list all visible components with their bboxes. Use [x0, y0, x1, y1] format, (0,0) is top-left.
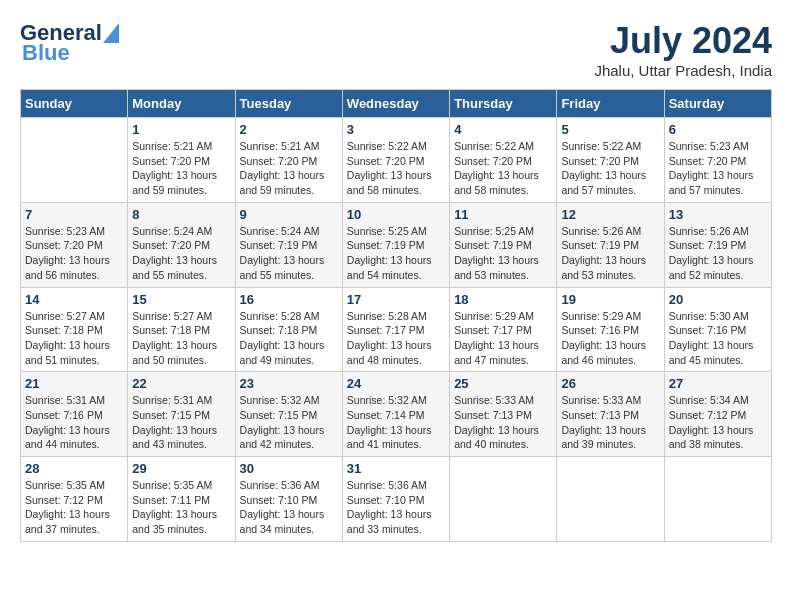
day-number: 21: [25, 376, 123, 391]
day-info: Sunrise: 5:33 AM Sunset: 7:13 PM Dayligh…: [561, 393, 659, 452]
day-info: Sunrise: 5:35 AM Sunset: 7:12 PM Dayligh…: [25, 478, 123, 537]
day-info: Sunrise: 5:35 AM Sunset: 7:11 PM Dayligh…: [132, 478, 230, 537]
day-number: 25: [454, 376, 552, 391]
day-cell: [664, 457, 771, 542]
calendar-table: SundayMondayTuesdayWednesdayThursdayFrid…: [20, 89, 772, 542]
day-info: Sunrise: 5:36 AM Sunset: 7:10 PM Dayligh…: [240, 478, 338, 537]
day-info: Sunrise: 5:21 AM Sunset: 7:20 PM Dayligh…: [240, 139, 338, 198]
day-cell: 18Sunrise: 5:29 AM Sunset: 7:17 PM Dayli…: [450, 287, 557, 372]
day-cell: [21, 118, 128, 203]
column-header-thursday: Thursday: [450, 90, 557, 118]
day-number: 11: [454, 207, 552, 222]
day-cell: 6Sunrise: 5:23 AM Sunset: 7:20 PM Daylig…: [664, 118, 771, 203]
day-cell: 13Sunrise: 5:26 AM Sunset: 7:19 PM Dayli…: [664, 202, 771, 287]
day-cell: 23Sunrise: 5:32 AM Sunset: 7:15 PM Dayli…: [235, 372, 342, 457]
day-number: 27: [669, 376, 767, 391]
day-cell: 5Sunrise: 5:22 AM Sunset: 7:20 PM Daylig…: [557, 118, 664, 203]
day-number: 10: [347, 207, 445, 222]
day-info: Sunrise: 5:33 AM Sunset: 7:13 PM Dayligh…: [454, 393, 552, 452]
day-info: Sunrise: 5:32 AM Sunset: 7:15 PM Dayligh…: [240, 393, 338, 452]
day-cell: [450, 457, 557, 542]
day-cell: 11Sunrise: 5:25 AM Sunset: 7:19 PM Dayli…: [450, 202, 557, 287]
day-cell: 25Sunrise: 5:33 AM Sunset: 7:13 PM Dayli…: [450, 372, 557, 457]
day-number: 9: [240, 207, 338, 222]
day-info: Sunrise: 5:36 AM Sunset: 7:10 PM Dayligh…: [347, 478, 445, 537]
logo: General Blue: [20, 20, 120, 66]
day-info: Sunrise: 5:25 AM Sunset: 7:19 PM Dayligh…: [347, 224, 445, 283]
day-number: 28: [25, 461, 123, 476]
day-number: 1: [132, 122, 230, 137]
day-cell: 17Sunrise: 5:28 AM Sunset: 7:17 PM Dayli…: [342, 287, 449, 372]
day-info: Sunrise: 5:23 AM Sunset: 7:20 PM Dayligh…: [669, 139, 767, 198]
day-info: Sunrise: 5:29 AM Sunset: 7:16 PM Dayligh…: [561, 309, 659, 368]
week-row-4: 21Sunrise: 5:31 AM Sunset: 7:16 PM Dayli…: [21, 372, 772, 457]
day-number: 19: [561, 292, 659, 307]
week-row-1: 1Sunrise: 5:21 AM Sunset: 7:20 PM Daylig…: [21, 118, 772, 203]
day-cell: 30Sunrise: 5:36 AM Sunset: 7:10 PM Dayli…: [235, 457, 342, 542]
day-cell: 31Sunrise: 5:36 AM Sunset: 7:10 PM Dayli…: [342, 457, 449, 542]
day-number: 3: [347, 122, 445, 137]
column-header-tuesday: Tuesday: [235, 90, 342, 118]
day-info: Sunrise: 5:31 AM Sunset: 7:16 PM Dayligh…: [25, 393, 123, 452]
day-cell: 4Sunrise: 5:22 AM Sunset: 7:20 PM Daylig…: [450, 118, 557, 203]
day-cell: 22Sunrise: 5:31 AM Sunset: 7:15 PM Dayli…: [128, 372, 235, 457]
day-info: Sunrise: 5:22 AM Sunset: 7:20 PM Dayligh…: [347, 139, 445, 198]
day-number: 13: [669, 207, 767, 222]
day-number: 31: [347, 461, 445, 476]
day-info: Sunrise: 5:26 AM Sunset: 7:19 PM Dayligh…: [561, 224, 659, 283]
day-number: 22: [132, 376, 230, 391]
day-cell: 2Sunrise: 5:21 AM Sunset: 7:20 PM Daylig…: [235, 118, 342, 203]
day-info: Sunrise: 5:27 AM Sunset: 7:18 PM Dayligh…: [132, 309, 230, 368]
day-number: 24: [347, 376, 445, 391]
location: Jhalu, Uttar Pradesh, India: [594, 62, 772, 79]
day-cell: 20Sunrise: 5:30 AM Sunset: 7:16 PM Dayli…: [664, 287, 771, 372]
day-cell: [557, 457, 664, 542]
day-cell: 1Sunrise: 5:21 AM Sunset: 7:20 PM Daylig…: [128, 118, 235, 203]
day-info: Sunrise: 5:32 AM Sunset: 7:14 PM Dayligh…: [347, 393, 445, 452]
day-cell: 9Sunrise: 5:24 AM Sunset: 7:19 PM Daylig…: [235, 202, 342, 287]
day-cell: 15Sunrise: 5:27 AM Sunset: 7:18 PM Dayli…: [128, 287, 235, 372]
day-cell: 26Sunrise: 5:33 AM Sunset: 7:13 PM Dayli…: [557, 372, 664, 457]
day-info: Sunrise: 5:21 AM Sunset: 7:20 PM Dayligh…: [132, 139, 230, 198]
day-number: 2: [240, 122, 338, 137]
day-info: Sunrise: 5:24 AM Sunset: 7:19 PM Dayligh…: [240, 224, 338, 283]
column-header-friday: Friday: [557, 90, 664, 118]
week-row-5: 28Sunrise: 5:35 AM Sunset: 7:12 PM Dayli…: [21, 457, 772, 542]
day-number: 15: [132, 292, 230, 307]
day-info: Sunrise: 5:31 AM Sunset: 7:15 PM Dayligh…: [132, 393, 230, 452]
day-info: Sunrise: 5:29 AM Sunset: 7:17 PM Dayligh…: [454, 309, 552, 368]
column-header-saturday: Saturday: [664, 90, 771, 118]
day-number: 20: [669, 292, 767, 307]
column-header-monday: Monday: [128, 90, 235, 118]
week-row-2: 7Sunrise: 5:23 AM Sunset: 7:20 PM Daylig…: [21, 202, 772, 287]
svg-marker-0: [103, 23, 119, 43]
day-number: 17: [347, 292, 445, 307]
day-cell: 10Sunrise: 5:25 AM Sunset: 7:19 PM Dayli…: [342, 202, 449, 287]
day-number: 26: [561, 376, 659, 391]
day-cell: 29Sunrise: 5:35 AM Sunset: 7:11 PM Dayli…: [128, 457, 235, 542]
day-info: Sunrise: 5:25 AM Sunset: 7:19 PM Dayligh…: [454, 224, 552, 283]
day-cell: 19Sunrise: 5:29 AM Sunset: 7:16 PM Dayli…: [557, 287, 664, 372]
day-info: Sunrise: 5:22 AM Sunset: 7:20 PM Dayligh…: [561, 139, 659, 198]
logo-blue: Blue: [22, 40, 70, 66]
logo-triangle-icon: [103, 23, 119, 43]
day-info: Sunrise: 5:34 AM Sunset: 7:12 PM Dayligh…: [669, 393, 767, 452]
day-cell: 24Sunrise: 5:32 AM Sunset: 7:14 PM Dayli…: [342, 372, 449, 457]
day-info: Sunrise: 5:23 AM Sunset: 7:20 PM Dayligh…: [25, 224, 123, 283]
day-cell: 3Sunrise: 5:22 AM Sunset: 7:20 PM Daylig…: [342, 118, 449, 203]
day-number: 23: [240, 376, 338, 391]
column-header-sunday: Sunday: [21, 90, 128, 118]
day-cell: 12Sunrise: 5:26 AM Sunset: 7:19 PM Dayli…: [557, 202, 664, 287]
header: General Blue July 2024 Jhalu, Uttar Prad…: [20, 20, 772, 79]
title-area: July 2024 Jhalu, Uttar Pradesh, India: [594, 20, 772, 79]
week-row-3: 14Sunrise: 5:27 AM Sunset: 7:18 PM Dayli…: [21, 287, 772, 372]
day-cell: 8Sunrise: 5:24 AM Sunset: 7:20 PM Daylig…: [128, 202, 235, 287]
day-cell: 7Sunrise: 5:23 AM Sunset: 7:20 PM Daylig…: [21, 202, 128, 287]
day-info: Sunrise: 5:22 AM Sunset: 7:20 PM Dayligh…: [454, 139, 552, 198]
day-info: Sunrise: 5:28 AM Sunset: 7:18 PM Dayligh…: [240, 309, 338, 368]
day-info: Sunrise: 5:24 AM Sunset: 7:20 PM Dayligh…: [132, 224, 230, 283]
day-number: 7: [25, 207, 123, 222]
day-number: 29: [132, 461, 230, 476]
day-number: 14: [25, 292, 123, 307]
day-number: 18: [454, 292, 552, 307]
